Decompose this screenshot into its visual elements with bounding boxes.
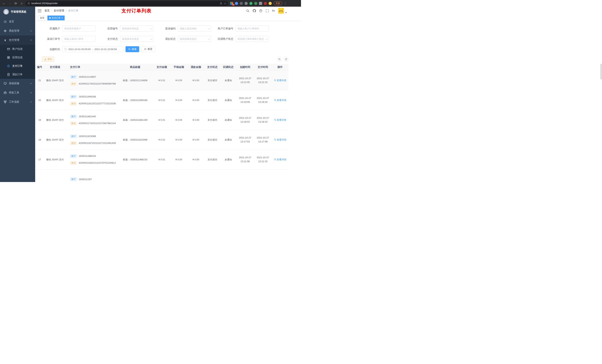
view-detail-link[interactable]: 查看详情 xyxy=(274,78,286,82)
sidebar-item-merchant-info[interactable]: 商户信息 xyxy=(0,45,35,53)
reset-button[interactable]: 重置 xyxy=(141,46,155,52)
cell-id: 20 xyxy=(35,90,44,110)
app-id-select[interactable] xyxy=(120,26,153,31)
breadcrumb-pay-manage[interactable]: 支付管理 xyxy=(54,9,64,12)
cell-title: 标题：1635312124656 xyxy=(117,71,153,90)
cell-order: 商户 1635311949168 支付 42000011812021102777… xyxy=(66,90,117,110)
reset-button-label: 重置 xyxy=(148,48,152,51)
table-search-toggle-icon[interactable] xyxy=(277,57,282,62)
address-bar[interactable]: localhost:1024/pay/order ☆ xyxy=(26,1,228,6)
cell-channel: 微信 JSAPI 支付 xyxy=(44,150,66,169)
profile-avatar-icon[interactable] xyxy=(269,2,272,5)
share-icon[interactable] xyxy=(220,2,222,5)
user-avatar[interactable] xyxy=(278,8,284,14)
search-icon[interactable] xyxy=(246,9,249,12)
sidebar-item-system[interactable]: 系统管理 xyxy=(0,26,35,35)
magnifier-icon xyxy=(274,79,276,81)
toolbox-icon xyxy=(4,91,7,94)
app-logo[interactable]: 芋道管理系统 xyxy=(0,7,35,17)
browser-update-button[interactable]: 更新 xyxy=(274,1,282,5)
table-refresh-icon[interactable] xyxy=(284,57,288,62)
bookmark-star-icon[interactable]: ☆ xyxy=(224,2,226,5)
sidebar-item-dev-tools[interactable]: 研发工具 xyxy=(0,88,35,97)
table-toolbar: 导出 xyxy=(35,57,288,62)
create-time-range-picker[interactable]: 2021-10-01 00:00:00 - 2021-10-31 23:59:5… xyxy=(62,46,123,52)
notify-status-select[interactable] xyxy=(236,36,269,42)
user-menu[interactable] xyxy=(278,8,287,14)
merchant-select-input[interactable] xyxy=(62,26,96,31)
cell-refund: ¥ 0.00 xyxy=(187,110,204,130)
browser-menu-icon[interactable]: ⋮ xyxy=(284,2,287,5)
sidebar-item-pay[interactable]: ¥ 支付管理 xyxy=(0,35,35,45)
search-button[interactable]: 搜索 xyxy=(126,46,139,52)
extension-icon[interactable] xyxy=(240,2,243,5)
sidebar-toggle-icon[interactable] xyxy=(38,9,42,12)
cell-notify xyxy=(220,169,236,182)
view-detail-link[interactable]: 查看详情 xyxy=(274,138,286,142)
cell-amount: ¥ 0.01 xyxy=(153,110,170,130)
extension-icon[interactable]: 10 xyxy=(230,2,233,5)
view-detail-link[interactable]: 查看详情 xyxy=(274,118,286,122)
view-detail-link[interactable]: 查看详情 xyxy=(274,98,286,102)
pay-order-no: 4200001174202110278060590766 xyxy=(79,82,116,86)
cell-status: 支付成功 xyxy=(204,110,220,130)
pay-status-select[interactable] xyxy=(120,36,153,42)
date-end: 2021-10-31 23:59:59 xyxy=(94,48,117,51)
pay-tag: 支付 xyxy=(70,161,77,165)
reload-icon[interactable]: ⟳ xyxy=(14,2,18,5)
tab-pay-order[interactable]: 支付订单 × xyxy=(47,16,64,20)
cell-actions: 查看详情 xyxy=(272,110,288,130)
extension-strip: 10 ✓ xyxy=(230,2,272,5)
cell-actions: 查看详情 xyxy=(272,90,288,110)
merchant-order-no: 1635311823086 xyxy=(79,134,96,138)
table-row: 21 微信 JSAPI 支付 商户 1635312124657 支付 42000… xyxy=(35,71,288,90)
cell-notify: 未通知 xyxy=(220,90,236,110)
sidebar-item-label: 商户信息 xyxy=(12,47,22,51)
browser-chrome: ← → ⟳ ⌂ localhost:1024/pay/order ☆ 10 ✓ … xyxy=(0,0,301,7)
cell-refund: ¥ 0.00 xyxy=(187,150,204,169)
cell-id: 18 xyxy=(35,130,44,149)
merchant-order-no-input[interactable] xyxy=(236,26,269,31)
pay-submenu: 商户信息 应用信息 支付订单 退款订单 xyxy=(0,45,35,79)
cell-notify: 未通知 xyxy=(220,130,236,149)
sidebar-item-app-info[interactable]: 应用信息 xyxy=(0,53,35,62)
back-icon[interactable]: ← xyxy=(2,2,6,5)
order-merchant-line: 商户 1635312124657 xyxy=(70,75,96,79)
sidebar-item-workflow[interactable]: 工作流程 xyxy=(0,97,35,106)
forward-icon[interactable]: → xyxy=(8,2,12,5)
sidebar-item-refund-order[interactable]: 退款订单 xyxy=(0,70,35,79)
extension-icon[interactable]: ✓ xyxy=(249,2,252,5)
cell-refund: ¥ 0.00 xyxy=(187,71,204,90)
home-icon[interactable]: ⌂ xyxy=(20,2,24,5)
channel-code-select[interactable] xyxy=(178,26,211,31)
tab-home[interactable]: 首页 xyxy=(38,16,46,20)
refund-status-select[interactable] xyxy=(178,36,211,42)
export-button[interactable]: 导出 xyxy=(42,57,54,62)
extension-icon[interactable] xyxy=(235,2,238,5)
close-icon[interactable]: × xyxy=(62,17,63,19)
col-header-fee: 手续金额 xyxy=(170,64,187,70)
sidebar-item-infra[interactable]: 基础设施 xyxy=(0,79,35,88)
site-info-icon[interactable] xyxy=(27,2,30,5)
target-icon xyxy=(7,64,10,68)
pin-extensions-icon[interactable] xyxy=(259,2,262,5)
breadcrumb-home[interactable]: 首页 xyxy=(44,9,50,12)
github-icon[interactable] xyxy=(253,9,256,12)
col-header-actions: 操作 xyxy=(272,64,288,70)
channel-order-no-input[interactable] xyxy=(62,36,96,42)
cell-channel: 微信 JSAPI 支付 xyxy=(44,110,66,130)
col-header-status: 支付状态 xyxy=(204,64,220,70)
document-icon xyxy=(7,73,10,76)
extension-icon[interactable] xyxy=(264,2,267,5)
extension-icon[interactable] xyxy=(254,2,257,5)
workflow-icon xyxy=(4,100,7,104)
help-icon[interactable] xyxy=(259,9,262,12)
cell-channel: 微信 JSAPI 支付 xyxy=(44,130,66,149)
fullscreen-icon[interactable] xyxy=(266,9,269,12)
sidebar-item-pay-order[interactable]: 支付订单 xyxy=(0,62,35,70)
sidebar-item-home[interactable]: 首页 xyxy=(0,17,35,26)
view-detail-link[interactable]: 查看详情 xyxy=(274,157,286,161)
font-size-icon[interactable]: TT xyxy=(272,9,275,12)
extension-icon[interactable] xyxy=(245,2,248,5)
filter-label: 退款状态 xyxy=(155,36,175,42)
